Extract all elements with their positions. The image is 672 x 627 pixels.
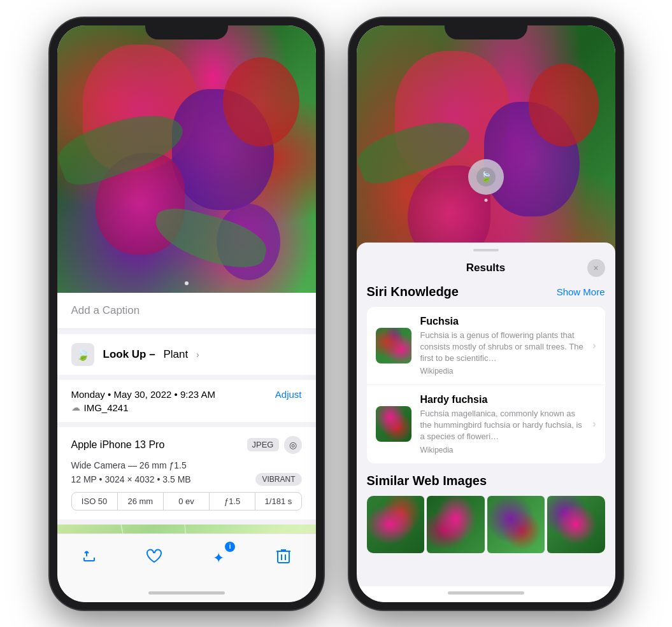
delete-button[interactable]: [269, 544, 297, 572]
caption-placeholder: Add a Caption: [71, 304, 140, 316]
siri-inner: 🍃: [476, 167, 496, 187]
chevron-right-icon: ›: [592, 340, 596, 351]
hardy-desc: Fuchsia magellanica, commonly known as t…: [420, 408, 584, 443]
chevron-icon: ›: [196, 349, 199, 360]
similar-title: Similar Web Images: [367, 474, 605, 488]
siri-leaf-icon: 🍃: [480, 171, 492, 183]
hardy-name: Hardy fuchsia: [420, 394, 584, 405]
hardy-text: Hardy fuchsia Fuchsia magellanica, commo…: [420, 394, 584, 454]
right-home-area: [357, 586, 615, 602]
toolbar: ✦ i: [57, 533, 316, 591]
home-area: [57, 591, 316, 602]
shutter-cell: 1/181 s: [255, 493, 301, 510]
similar-section: Similar Web Images: [367, 474, 605, 553]
similar-image-4[interactable]: [547, 496, 605, 553]
similar-image-3[interactable]: [487, 496, 545, 553]
left-screen: Add a Caption 🍃 Look Up – Plant › Monday…: [57, 25, 316, 602]
share-button[interactable]: [75, 544, 103, 572]
date-row: Monday • May 30, 2022 • 9:23 AM Adjust ☁…: [57, 380, 316, 422]
map-area[interactable]: [57, 525, 316, 533]
svg-line-1: [121, 525, 134, 533]
iso-cell: ISO 50: [72, 493, 118, 510]
dot-indicator: [185, 281, 189, 285]
fuchsia-name: Fuchsia: [420, 316, 584, 327]
vibrant-badge: VIBRANT: [255, 473, 301, 486]
right-phone: 🍃 Results × Siri Knowledge Show M: [349, 18, 623, 610]
heart-icon: [146, 549, 162, 568]
aperture-cell: ƒ1.5: [210, 493, 255, 510]
results-title: Results: [466, 262, 505, 274]
camera-name: Apple iPhone 13 Pro: [71, 439, 165, 451]
similar-image-2[interactable]: [427, 496, 485, 553]
look-up-label: Look Up – Plant ›: [103, 348, 199, 361]
resolution-text: 12 MP • 3024 × 4032 • 3.5 MB: [71, 474, 191, 484]
siri-knowledge-title: Siri Knowledge: [367, 285, 459, 299]
results-handle: [473, 249, 499, 251]
siri-dot: [484, 199, 487, 202]
hardy-fuchsia-item[interactable]: Hardy fuchsia Fuchsia magellanica, commo…: [367, 385, 605, 463]
close-button[interactable]: ×: [587, 259, 605, 277]
results-panel: Results × Siri Knowledge Show More: [357, 243, 615, 586]
exif-row: ISO 50 26 mm 0 ev ƒ1.5 1/181 s: [71, 492, 302, 511]
focal-cell: 26 mm: [118, 493, 164, 510]
chevron-right-icon-2: ›: [592, 418, 596, 430]
siri-button[interactable]: 🍃: [468, 159, 504, 195]
svg-rect-4: [278, 551, 289, 563]
trash-icon: [276, 548, 290, 568]
flower-photo[interactable]: [57, 25, 316, 293]
info-button[interactable]: ✦ i: [204, 544, 232, 572]
caption-area[interactable]: Add a Caption: [57, 293, 316, 329]
info-panel: Add a Caption 🍃 Look Up – Plant › Monday…: [57, 293, 316, 533]
show-more-button[interactable]: Show More: [557, 286, 605, 297]
knowledge-card: Fuchsia Fuchsia is a genus of flowering …: [367, 307, 605, 463]
sparkle-icon: ✦: [213, 550, 224, 567]
exposure-cell: 0 ev: [164, 493, 210, 510]
fuchsia-thumbnail: [376, 328, 411, 363]
fuchsia-text: Fuchsia Fuchsia is a genus of flowering …: [420, 316, 584, 376]
format-badge: JPEG: [247, 438, 279, 451]
close-icon: ×: [593, 263, 598, 273]
camera-badges: JPEG ◎: [247, 436, 302, 454]
results-header: Results ×: [357, 257, 615, 285]
date-text: Monday • May 30, 2022 • 9:23 AM: [71, 389, 215, 400]
file-name: IMG_4241: [84, 402, 129, 413]
right-flower-bg: 🍃 Results × Siri Knowledge Show M: [357, 25, 615, 586]
fuchsia-item[interactable]: Fuchsia Fuchsia is a genus of flowering …: [367, 307, 605, 386]
share-icon: [82, 549, 97, 568]
info-badge: i: [225, 542, 235, 552]
hardy-source: Wikipedia: [420, 446, 584, 454]
like-button[interactable]: [140, 544, 168, 572]
right-home-indicator: [448, 591, 524, 595]
hardy-thumbnail: [376, 406, 411, 442]
similar-images-grid: [367, 496, 605, 553]
cloud-icon: ☁: [71, 402, 80, 412]
location-icon: ◎: [284, 436, 302, 454]
similar-image-1[interactable]: [367, 496, 425, 553]
fuchsia-desc: Fuchsia is a genus of flowering plants t…: [420, 330, 584, 365]
svg-line-2: [185, 525, 191, 533]
results-content: Siri Knowledge Show More Fuchsia Fuchsia…: [357, 285, 615, 586]
fuchsia-source: Wikipedia: [420, 367, 584, 376]
adjust-button[interactable]: Adjust: [275, 389, 302, 400]
look-up-row[interactable]: 🍃 Look Up – Plant ›: [57, 334, 316, 375]
siri-knowledge-header: Siri Knowledge Show More: [367, 285, 605, 299]
camera-info: Apple iPhone 13 Pro JPEG ◎ Wide Camera —…: [57, 427, 316, 519]
left-phone: Add a Caption 🍃 Look Up – Plant › Monday…: [50, 18, 324, 610]
leaf-icon: 🍃: [76, 348, 90, 362]
home-indicator: [148, 591, 225, 595]
lens-info: Wide Camera — 26 mm ƒ1.5: [71, 460, 302, 470]
look-up-icon: 🍃: [71, 343, 94, 366]
right-screen: 🍃 Results × Siri Knowledge Show M: [357, 25, 615, 602]
